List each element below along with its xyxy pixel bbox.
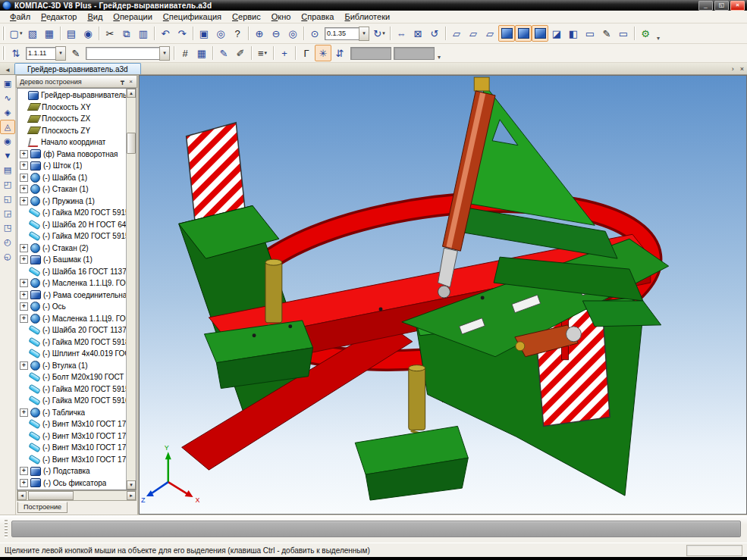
grid-button[interactable]: ▦ <box>193 45 210 61</box>
scroll-left-icon[interactable]: ◄ <box>17 491 27 500</box>
wireframe-button[interactable]: ▱ <box>448 25 465 42</box>
corner-button[interactable]: Γ <box>298 45 315 61</box>
tree-item[interactable]: +(-) Башмак (1) <box>17 254 127 266</box>
preview-window-button[interactable]: ▭ <box>615 25 632 42</box>
grid-settings-button[interactable]: # <box>177 45 193 61</box>
cut-button[interactable]: ✂ <box>102 25 118 42</box>
tree-item[interactable]: (-) Болт М20х190 ГОСТ 7.. <box>17 371 127 383</box>
tab-list-button[interactable]: › <box>729 65 737 74</box>
menu-справка[interactable]: Справка <box>296 11 339 22</box>
tree-expand-toggle[interactable]: + <box>20 314 28 323</box>
geometry-calc-button[interactable]: ✐ <box>232 45 249 61</box>
tree-expand-toggle[interactable]: + <box>20 408 28 417</box>
3d-viewport[interactable]: Y X Z <box>139 75 747 515</box>
tree-close-icon[interactable]: × <box>127 78 135 85</box>
tree-expand-toggle[interactable]: + <box>20 150 28 158</box>
tree-item[interactable]: (-) Винт М3х10 ГОСТ 1740 <box>17 454 127 466</box>
tree-expand-toggle[interactable]: + <box>20 291 28 299</box>
pin-icon[interactable]: ┳ <box>118 78 127 85</box>
halftone-button[interactable] <box>532 25 548 42</box>
scroll-thumb[interactable] <box>28 491 74 500</box>
close-button[interactable]: × <box>730 1 745 11</box>
tree-expand-toggle[interactable]: + <box>20 279 28 287</box>
print-button[interactable]: ▤ <box>63 25 80 42</box>
layer-dropdown-icon[interactable]: ▾ <box>159 46 170 61</box>
menu-файл[interactable]: Файл <box>5 11 36 22</box>
menu-сервис[interactable]: Сервис <box>227 11 266 22</box>
toolbar-grip[interactable] <box>2 27 5 40</box>
tree-horizontal-scrollbar[interactable]: ◄ ► <box>17 490 137 501</box>
menu-спецификация[interactable]: Спецификация <box>158 11 227 22</box>
layer-combo[interactable] <box>86 47 160 60</box>
tree-item[interactable]: (-) Гайка М20 ГОСТ 5918- <box>17 336 127 349</box>
tree-item[interactable]: Плоскость XY <box>17 102 127 114</box>
tree-vertical-scrollbar[interactable]: ▲ ▼ <box>126 89 136 490</box>
tree-item[interactable]: +(-) Масленка 1.1.Ц9. ГОС <box>17 277 127 289</box>
paste-button[interactable]: ▥ <box>135 25 152 42</box>
tree-expand-toggle[interactable]: + <box>20 174 28 182</box>
save-button[interactable]: ▦ <box>41 25 58 42</box>
tree-item[interactable]: +(ф) Рама поворотная <box>17 149 127 161</box>
tree-item[interactable]: +(-) Табличка <box>17 407 127 419</box>
highlight-button[interactable]: ◎ <box>212 25 229 42</box>
edit-component-button[interactable]: ▣ <box>0 77 15 91</box>
tree-expand-toggle[interactable]: + <box>20 161 28 170</box>
tree-item[interactable]: (-) Гайка М20 ГОСТ 5915- <box>17 207 127 219</box>
local-csys-button[interactable]: + <box>276 45 293 61</box>
tree-item[interactable]: (-) Гайка М20 ГОСТ 5916- <box>17 395 127 407</box>
hidden-lines-removed-button[interactable]: ▱ <box>465 25 482 42</box>
tree-item[interactable]: +(-) Стакан (2) <box>17 242 127 255</box>
tab-close-button[interactable]: × <box>737 65 747 74</box>
tree-item[interactable]: +(-) Шток (1) <box>17 160 127 172</box>
toolbar-grip[interactable] <box>2 46 5 60</box>
document-tab[interactable]: Грейдер-выравниватель.a3d <box>14 63 141 74</box>
hidden-lines-thin-button[interactable]: ▱ <box>482 25 498 42</box>
tree-item[interactable]: +(-) Ось <box>17 301 127 313</box>
menu-библиотеки[interactable]: Библиотеки <box>340 11 396 22</box>
edit-in-place-button[interactable]: ▭ <box>582 25 598 42</box>
rotate-view-button[interactable]: ↺ <box>426 25 443 42</box>
tree-item[interactable]: +(-) Рама соединительная <box>17 289 127 302</box>
tree-item[interactable]: +(-) Втулка (1) <box>17 360 127 372</box>
redo-button[interactable]: ↷ <box>174 25 190 42</box>
filter-button[interactable]: ▼ <box>0 149 15 163</box>
sketch-button[interactable]: ✎ <box>598 25 615 42</box>
ortho-drawing-button[interactable]: ⇵ <box>331 45 348 61</box>
variables-button[interactable]: ▣ <box>196 25 212 42</box>
components-button[interactable]: ◳ <box>0 221 15 235</box>
toolbar-options-button[interactable]: ▾ <box>657 35 660 43</box>
sheet-metal-button[interactable]: ◱ <box>0 192 15 206</box>
panel-grip[interactable] <box>5 520 8 538</box>
orientation-button[interactable]: ↻▾ <box>371 25 388 42</box>
auxiliary-geometry-button[interactable]: ◉ <box>0 134 15 149</box>
tree-item[interactable]: (-) Винт М3х10 ГОСТ 1740 <box>17 442 127 454</box>
tree-expand-toggle[interactable]: + <box>20 361 28 370</box>
tree-expand-toggle[interactable]: + <box>20 244 28 252</box>
shaded-with-edges-button[interactable] <box>515 25 532 42</box>
layers-button[interactable]: ✎ <box>67 45 84 61</box>
context-help-button[interactable]: ? <box>229 25 246 42</box>
tree-item[interactable]: (-) Гайка М20 ГОСТ 5915- <box>17 383 127 396</box>
step-combo[interactable] <box>26 47 56 60</box>
open-document-button[interactable]: ▧ <box>24 25 41 42</box>
snaps-button[interactable]: ✳ <box>315 45 331 61</box>
parameters-button[interactable]: ◴ <box>0 235 15 249</box>
restore-button[interactable]: ◱ <box>714 1 729 11</box>
tree-item[interactable]: (-) Винт М3х10 ГОСТ 1740 <box>17 430 127 443</box>
measure-button[interactable]: ◰ <box>0 177 15 192</box>
menu-операции[interactable]: Операции <box>108 11 157 22</box>
zoom-window-button[interactable]: ◎ <box>284 25 301 42</box>
rounding-button[interactable]: ✎ <box>215 45 232 61</box>
undo-button[interactable]: ↶ <box>157 25 174 42</box>
tree-item[interactable]: +(-) Стакан (1) <box>17 183 127 196</box>
tree-item[interactable]: (-) Шайба 20 Н ГОСТ 6402 <box>17 219 127 231</box>
menu-окно[interactable]: Окно <box>266 11 297 22</box>
zoom-scale-button[interactable]: ⊙ <box>306 25 323 42</box>
tree-expand-toggle[interactable]: + <box>20 197 28 205</box>
tree-item[interactable]: +(-) Масленка 1.1.Ц9. ГОС <box>17 313 127 325</box>
line-style-button[interactable]: ≡▾ <box>254 45 271 61</box>
mates-button[interactable]: ◬ <box>0 120 15 134</box>
tree-expand-toggle[interactable]: + <box>20 255 28 264</box>
zoom-fit-button[interactable]: ⊠ <box>410 25 426 42</box>
tree-item[interactable]: +(-) Шайба (1) <box>17 172 127 184</box>
